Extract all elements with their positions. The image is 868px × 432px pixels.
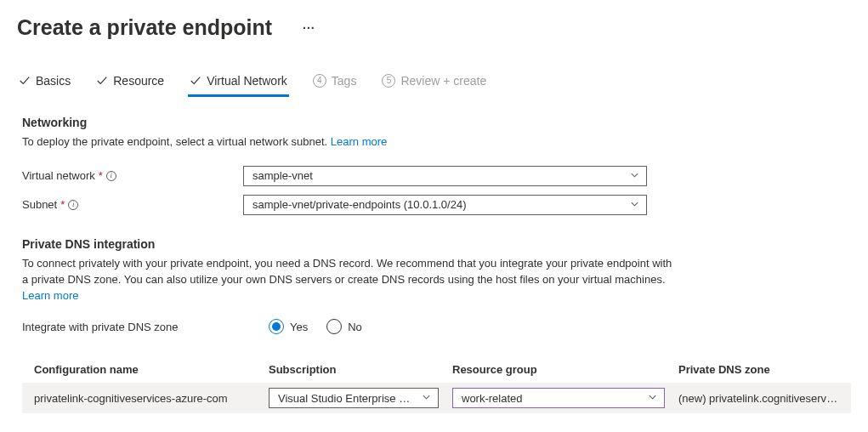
select-value: work-related <box>462 392 523 405</box>
vnet-label: Virtual network * i <box>22 169 243 182</box>
dns-section: Private DNS integration To connect priva… <box>17 237 851 414</box>
integrate-radio-group: Yes No <box>269 319 362 334</box>
chevron-down-icon <box>630 169 639 182</box>
networking-section: Networking To deploy the private endpoin… <box>17 116 851 215</box>
step-number-icon: 4 <box>313 74 326 88</box>
virtual-network-row: Virtual network * i sample-vnet <box>22 166 851 186</box>
integrate-dns-row: Integrate with private DNS zone Yes No <box>22 319 851 334</box>
learn-more-link[interactable]: Learn more <box>22 289 78 302</box>
cell-subscription: Visual Studio Enterprise Subscription <box>269 388 452 408</box>
more-icon[interactable]: ··· <box>303 21 315 35</box>
label-text: Integrate with private DNS zone <box>22 321 179 333</box>
chevron-down-icon <box>630 198 639 211</box>
info-icon[interactable]: i <box>106 171 116 181</box>
radio-yes[interactable]: Yes <box>269 319 308 334</box>
table-header: Configuration name Subscription Resource… <box>22 356 851 383</box>
tab-label: Review + create <box>400 74 486 88</box>
page-title: Create a private endpoint <box>17 15 272 40</box>
subscription-select[interactable]: Visual Studio Enterprise Subscription <box>269 388 439 408</box>
label-text: Subnet <box>22 198 57 211</box>
learn-more-link[interactable]: Learn more <box>331 135 387 148</box>
wizard-tabs: Basics Resource Virtual Network 4 Tags 5… <box>17 74 851 97</box>
tab-label: Tags <box>332 74 357 88</box>
tab-label: Resource <box>113 74 164 88</box>
check-icon <box>190 75 201 87</box>
radio-no[interactable]: No <box>326 319 362 334</box>
tab-label: Basics <box>36 74 71 88</box>
subnet-select[interactable]: sample-vnet/private-endpoints (10.0.1.0/… <box>243 195 647 215</box>
networking-description: To deploy the private endpoint, select a… <box>22 134 677 151</box>
radio-label: No <box>348 321 362 333</box>
required-asterisk: * <box>60 198 65 211</box>
radio-icon <box>269 319 284 334</box>
cell-configuration: privatelink-cognitiveservices-azure-com <box>34 392 269 405</box>
th-subscription: Subscription <box>269 363 452 376</box>
label-text: Virtual network <box>22 169 95 182</box>
table-row: privatelink-cognitiveservices-azure-com … <box>22 383 851 413</box>
page-header: Create a private endpoint ··· <box>17 15 851 40</box>
dns-zone-table: Configuration name Subscription Resource… <box>22 356 851 413</box>
tab-resource[interactable]: Resource <box>94 74 166 97</box>
info-icon[interactable]: i <box>68 200 78 210</box>
desc-text: To deploy the private endpoint, select a… <box>22 135 331 148</box>
radio-label: Yes <box>290 321 308 333</box>
select-value: sample-vnet/private-endpoints (10.0.1.0/… <box>252 198 466 211</box>
check-icon <box>19 75 31 87</box>
resource-group-select[interactable]: work-related <box>452 388 665 408</box>
desc-text: To connect privately with your private e… <box>22 257 672 286</box>
check-icon <box>96 75 108 87</box>
required-asterisk: * <box>99 169 103 182</box>
radio-icon <box>326 319 342 334</box>
dns-description: To connect privately with your private e… <box>22 256 677 304</box>
section-title-networking: Networking <box>22 116 851 129</box>
tab-label: Virtual Network <box>207 74 287 88</box>
integrate-label: Integrate with private DNS zone <box>22 321 269 333</box>
th-private-dns-zone: Private DNS zone <box>678 363 839 376</box>
subnet-label: Subnet * i <box>22 198 243 211</box>
th-resource-group: Resource group <box>452 363 678 376</box>
subnet-row: Subnet * i sample-vnet/private-endpoints… <box>22 195 851 215</box>
select-value: sample-vnet <box>252 169 313 182</box>
chevron-down-icon <box>422 392 431 405</box>
tab-tags: 4 Tags <box>311 74 359 97</box>
virtual-network-select[interactable]: sample-vnet <box>243 166 647 186</box>
step-number-icon: 5 <box>382 74 395 88</box>
cell-private-dns-zone: (new) privatelink.cognitiveservices.azur… <box>678 392 839 405</box>
tab-review-create: 5 Review + create <box>380 74 488 97</box>
section-title-dns: Private DNS integration <box>22 237 851 251</box>
chevron-down-icon <box>648 392 657 405</box>
tab-virtual-network[interactable]: Virtual Network <box>188 74 289 97</box>
select-value: Visual Studio Enterprise Subscription <box>278 392 414 405</box>
cell-resource-group: work-related <box>452 388 678 408</box>
th-configuration: Configuration name <box>34 363 269 376</box>
tab-basics[interactable]: Basics <box>17 74 72 97</box>
